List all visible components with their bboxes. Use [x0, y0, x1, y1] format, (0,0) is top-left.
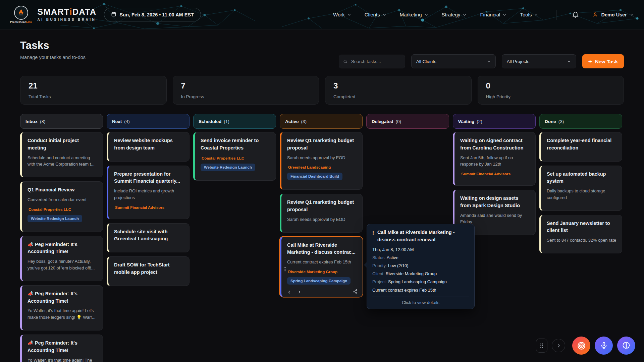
task-card[interactable]: Review website mockups from design team — [107, 132, 190, 162]
column-count: (3) — [558, 119, 564, 124]
task-project-tag[interactable]: Financial Dashboard Build — [287, 173, 342, 180]
column-header-next[interactable]: Next(4) — [107, 114, 190, 129]
kanban-column-active: Active(3)Review Q1 marketing budget prop… — [280, 114, 363, 297]
task-title: Send invoice reminder to Coastal Propert… — [201, 137, 270, 152]
grip-dots-icon — [540, 343, 544, 349]
collapse-toolbar-button[interactable] — [552, 339, 565, 352]
task-card[interactable]: Send January newsletter to client listSe… — [539, 215, 622, 253]
column-header-waiting[interactable]: Waiting(2) — [453, 114, 536, 129]
grip-handle-button[interactable] — [536, 339, 547, 353]
nav-divider — [556, 10, 556, 20]
chevron-right-icon — [556, 343, 561, 348]
column-header-active[interactable]: Active(3) — [280, 114, 363, 129]
task-card[interactable]: Prepare presentation for Summit Financia… — [107, 166, 190, 219]
task-card[interactable]: Set up automated backup systemDaily back… — [539, 166, 622, 211]
column-header-scheduled[interactable]: Scheduled(1) — [193, 114, 276, 129]
task-description: Converted from calendar event — [28, 196, 97, 203]
task-card[interactable]: Complete year-end financial reconciliati… — [539, 132, 622, 162]
nav-item-marketing[interactable]: Marketing — [400, 12, 428, 17]
task-client-label: Coastal Properties LLC — [201, 156, 270, 160]
task-title: Send January newsletter to client list — [547, 220, 616, 235]
drag-handle-icon[interactable] — [283, 266, 287, 272]
client-filter-select[interactable]: All Clients — [411, 54, 496, 68]
chevron-down-icon — [534, 13, 538, 17]
focus-target-button[interactable] — [572, 337, 590, 355]
column-header-done[interactable]: Done(3) — [539, 114, 622, 129]
task-client-label: Coastal Properties LLC — [28, 207, 97, 212]
move-right-button[interactable] — [297, 290, 302, 294]
task-card[interactable]: 📣 Peg Reminder: It's Accounting Time!Hey… — [20, 236, 103, 281]
page-subtitle: Manage your tasks and to-dos — [20, 55, 86, 60]
task-description: Current contract expires Feb 15th — [287, 259, 357, 265]
chevron-down-icon — [630, 13, 634, 17]
column-header-inbox[interactable]: Inbox(8) — [20, 114, 103, 129]
task-card[interactable]: Review Q1 marketing budget proposalSarah… — [280, 194, 363, 232]
project-filter-select[interactable]: All Projects — [502, 54, 576, 68]
ai-assistant-button[interactable] — [617, 337, 635, 355]
task-title: 📣 Peg Reminder: It's Accounting Time! — [28, 290, 97, 305]
task-title: Q1 Financial Review — [28, 186, 97, 194]
column-cards-done: Complete year-end financial reconciliati… — [539, 132, 622, 253]
task-title: Set up automated backup system — [547, 171, 616, 185]
task-card[interactable]: Review Q1 marketing budget proposalSarah… — [280, 132, 363, 190]
share-button[interactable] — [353, 289, 358, 294]
new-task-label: New Task — [595, 59, 618, 64]
notifications-button[interactable] — [572, 11, 579, 18]
task-project-wrap: Website Redesign Launch — [201, 160, 270, 171]
voice-input-button[interactable] — [595, 337, 613, 355]
nav-item-clients[interactable]: Clients — [365, 12, 386, 17]
datetime-chip[interactable]: Sun, Feb 8, 2026 • 11:00 AM EST — [104, 8, 201, 21]
task-card[interactable]: 📣 Peg Reminder: It's Accounting Time!Yo … — [20, 285, 103, 330]
brand-logo[interactable]: PrometheanLink — [10, 6, 32, 23]
new-task-button[interactable]: + New Task — [582, 54, 624, 68]
task-title: 📣 Peg Reminder: It's Accounting Time! — [28, 340, 97, 354]
task-description: Sent to 847 contacts, 32% open rate — [547, 237, 616, 244]
user-menu[interactable]: Demo User — [592, 12, 634, 17]
task-card[interactable]: Send invoice reminder to Coastal Propert… — [193, 132, 276, 181]
nav-item-strategy[interactable]: Strategy — [442, 12, 467, 17]
task-card[interactable]: Conduct initial project meetingSchedule … — [20, 132, 103, 177]
stat-total-tasks: 21 Total Tasks — [20, 76, 167, 105]
task-project-tag[interactable]: Website Redesign Launch — [201, 164, 255, 171]
kanban-column-delegated: Delegated(0) — [366, 114, 449, 132]
task-card[interactable]: Waiting on signed contract from Carolina… — [453, 132, 536, 186]
task-title: Waiting on signed contract from Carolina… — [460, 137, 530, 152]
column-cards-next: Review website mockups from design teamP… — [107, 132, 190, 286]
column-title: Next — [112, 119, 122, 124]
task-title: Review Q1 marketing budget proposal — [287, 137, 357, 152]
column-header-delegated[interactable]: Delegated(0) — [366, 114, 449, 129]
nav-item-work[interactable]: Work — [333, 12, 351, 17]
stat-label: High Priority — [486, 94, 616, 99]
task-card[interactable]: Q1 Financial ReviewConverted from calend… — [20, 181, 103, 232]
top-navigation-bar: PrometheanLink SMARTiDATA AI BUSINESS BR… — [0, 0, 644, 29]
column-title: Done — [545, 119, 556, 124]
page-header: Tasks Manage your tasks and to-dos All C… — [20, 40, 624, 68]
promethean-flame-logo-icon — [14, 6, 28, 20]
task-card[interactable]: Schedule site visit with Greenleaf Lands… — [107, 223, 190, 253]
search-icon — [343, 59, 347, 64]
column-cards-scheduled: Send invoice reminder to Coastal Propert… — [193, 132, 276, 181]
nav-item-tools[interactable]: Tools — [520, 12, 538, 17]
task-project-tag[interactable]: Website Redesign Launch — [28, 215, 82, 222]
task-project-tag[interactable]: Spring Landscaping Campaign — [287, 277, 351, 285]
task-hover-tooltip[interactable]: ! Call Mike at Riverside Marketing - dis… — [367, 224, 475, 309]
page-controls: All Clients All Projects + New Task — [339, 54, 624, 68]
task-title: 📣 Peg Reminder: It's Accounting Time! — [28, 241, 97, 256]
task-card[interactable]: Call Mike at Riverside Marketing - discu… — [280, 237, 363, 297]
column-count: (1) — [224, 119, 229, 124]
task-description: Amanda said she would send by Friday — [460, 212, 530, 226]
stats-row: 21 Total Tasks 7 In Progress 3 Completed… — [20, 76, 624, 105]
tooltip-status-row: Status: Active — [372, 255, 469, 260]
nav-item-financial[interactable]: Financial — [480, 12, 506, 17]
task-title: Prepare presentation for Summit Financia… — [114, 171, 184, 185]
project-filter-value: All Projects — [507, 59, 530, 64]
task-title: Review Q1 marketing budget proposal — [287, 199, 357, 214]
task-description: Include ROI metrics and growth projectio… — [114, 188, 184, 201]
move-left-button[interactable] — [287, 290, 291, 294]
task-card[interactable]: Draft SOW for TechStart mobile app proje… — [107, 256, 190, 286]
page-title-block: Tasks Manage your tasks and to-dos — [20, 40, 86, 68]
target-icon — [577, 341, 586, 350]
column-cards-active: Review Q1 marketing budget proposalSarah… — [280, 132, 363, 297]
search-input[interactable] — [351, 59, 401, 64]
task-card[interactable]: 📣 Peg Reminder: It's Accounting Time!Yo … — [20, 335, 103, 362]
